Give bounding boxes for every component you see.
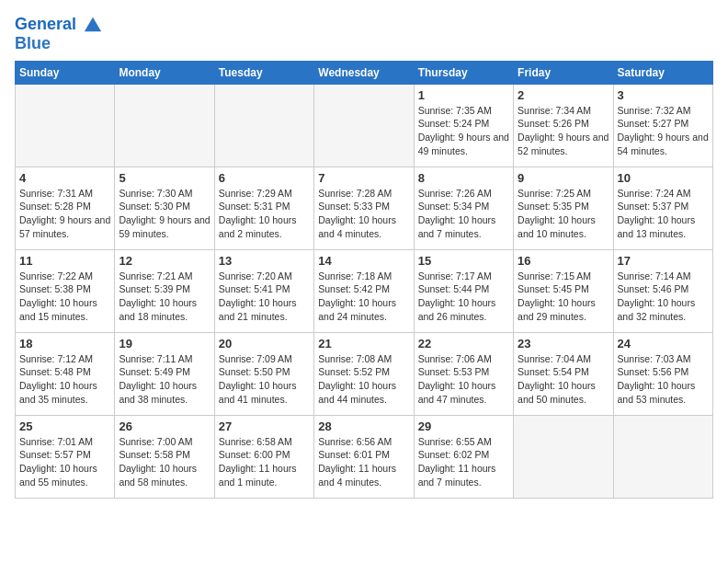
day-info: Sunrise: 7:01 AMSunset: 5:57 PMDaylight:… bbox=[19, 435, 110, 489]
day-number: 13 bbox=[219, 254, 310, 268]
calendar-cell: 16Sunrise: 7:15 AMSunset: 5:45 PMDayligh… bbox=[514, 249, 613, 332]
calendar: SundayMondayTuesdayWednesdayThursdayFrid… bbox=[15, 61, 713, 499]
day-number: 17 bbox=[618, 254, 709, 268]
day-info: Sunrise: 7:21 AMSunset: 5:39 PMDaylight:… bbox=[119, 270, 210, 324]
day-info: Sunrise: 7:35 AMSunset: 5:24 PMDaylight:… bbox=[418, 104, 509, 158]
day-info: Sunrise: 7:09 AMSunset: 5:50 PMDaylight:… bbox=[219, 352, 310, 407]
calendar-cell: 26Sunrise: 7:00 AMSunset: 5:58 PMDayligh… bbox=[115, 415, 214, 498]
logo-text: General bbox=[15, 15, 103, 35]
calendar-cell: 27Sunrise: 6:58 AMSunset: 6:00 PMDayligh… bbox=[214, 415, 313, 498]
week-row-2: 4Sunrise: 7:31 AMSunset: 5:28 PMDaylight… bbox=[16, 167, 713, 249]
calendar-cell: 19Sunrise: 7:11 AMSunset: 5:49 PMDayligh… bbox=[115, 332, 214, 415]
day-number: 1 bbox=[418, 88, 509, 102]
calendar-cell: 9Sunrise: 7:25 AMSunset: 5:35 PMDaylight… bbox=[514, 167, 613, 249]
week-row-3: 11Sunrise: 7:22 AMSunset: 5:38 PMDayligh… bbox=[16, 249, 713, 332]
week-row-4: 18Sunrise: 7:12 AMSunset: 5:48 PMDayligh… bbox=[16, 332, 713, 415]
day-info: Sunrise: 7:12 AMSunset: 5:48 PMDaylight:… bbox=[19, 352, 110, 407]
day-info: Sunrise: 7:24 AMSunset: 5:37 PMDaylight:… bbox=[618, 187, 709, 241]
day-number: 11 bbox=[19, 254, 110, 268]
day-info: Sunrise: 7:22 AMSunset: 5:38 PMDaylight:… bbox=[19, 270, 110, 324]
day-info: Sunrise: 7:17 AMSunset: 5:44 PMDaylight:… bbox=[418, 270, 509, 324]
day-info: Sunrise: 7:26 AMSunset: 5:34 PMDaylight:… bbox=[418, 187, 509, 241]
calendar-cell: 11Sunrise: 7:22 AMSunset: 5:38 PMDayligh… bbox=[16, 249, 115, 332]
logo-text2: Blue bbox=[15, 35, 103, 53]
day-info: Sunrise: 7:34 AMSunset: 5:26 PMDaylight:… bbox=[518, 104, 609, 158]
calendar-cell: 25Sunrise: 7:01 AMSunset: 5:57 PMDayligh… bbox=[16, 415, 115, 498]
weekday-header-tuesday: Tuesday bbox=[214, 61, 313, 84]
day-number: 19 bbox=[119, 337, 210, 350]
calendar-cell: 4Sunrise: 7:31 AMSunset: 5:28 PMDaylight… bbox=[16, 167, 115, 249]
calendar-cell bbox=[514, 415, 613, 498]
day-info: Sunrise: 7:03 AMSunset: 5:56 PMDaylight:… bbox=[618, 352, 709, 407]
day-info: Sunrise: 7:32 AMSunset: 5:27 PMDaylight:… bbox=[618, 104, 709, 158]
calendar-cell: 3Sunrise: 7:32 AMSunset: 5:27 PMDaylight… bbox=[613, 84, 712, 167]
calendar-cell: 13Sunrise: 7:20 AMSunset: 5:41 PMDayligh… bbox=[214, 249, 313, 332]
day-info: Sunrise: 7:04 AMSunset: 5:54 PMDaylight:… bbox=[518, 352, 609, 407]
day-number: 8 bbox=[418, 171, 509, 185]
day-number: 23 bbox=[518, 337, 609, 350]
calendar-cell: 20Sunrise: 7:09 AMSunset: 5:50 PMDayligh… bbox=[214, 332, 313, 415]
day-info: Sunrise: 7:00 AMSunset: 5:58 PMDaylight:… bbox=[119, 435, 210, 489]
day-info: Sunrise: 6:55 AMSunset: 6:02 PMDaylight:… bbox=[418, 435, 509, 489]
day-info: Sunrise: 7:28 AMSunset: 5:33 PMDaylight:… bbox=[318, 187, 409, 241]
calendar-cell: 23Sunrise: 7:04 AMSunset: 5:54 PMDayligh… bbox=[514, 332, 613, 415]
day-number: 6 bbox=[219, 171, 310, 185]
day-info: Sunrise: 6:58 AMSunset: 6:00 PMDaylight:… bbox=[219, 435, 310, 489]
calendar-cell: 21Sunrise: 7:08 AMSunset: 5:52 PMDayligh… bbox=[314, 332, 414, 415]
calendar-cell: 29Sunrise: 6:55 AMSunset: 6:02 PMDayligh… bbox=[414, 415, 513, 498]
day-number: 24 bbox=[618, 337, 709, 350]
day-info: Sunrise: 7:14 AMSunset: 5:46 PMDaylight:… bbox=[618, 270, 709, 324]
calendar-cell: 7Sunrise: 7:28 AMSunset: 5:33 PMDaylight… bbox=[314, 167, 414, 249]
day-info: Sunrise: 7:06 AMSunset: 5:53 PMDaylight:… bbox=[418, 352, 509, 407]
header: General Blue bbox=[15, 15, 713, 53]
day-number: 4 bbox=[19, 171, 110, 185]
day-info: Sunrise: 7:25 AMSunset: 5:35 PMDaylight:… bbox=[518, 187, 609, 241]
day-info: Sunrise: 7:15 AMSunset: 5:45 PMDaylight:… bbox=[518, 270, 609, 324]
day-info: Sunrise: 7:20 AMSunset: 5:41 PMDaylight:… bbox=[219, 270, 310, 324]
day-number: 16 bbox=[518, 254, 609, 268]
week-row-1: 1Sunrise: 7:35 AMSunset: 5:24 PMDaylight… bbox=[16, 84, 713, 167]
weekday-header-wednesday: Wednesday bbox=[314, 61, 414, 84]
day-info: Sunrise: 7:30 AMSunset: 5:30 PMDaylight:… bbox=[119, 187, 210, 241]
day-number: 14 bbox=[318, 254, 409, 268]
calendar-cell bbox=[613, 415, 712, 498]
day-number: 12 bbox=[119, 254, 210, 268]
calendar-cell bbox=[16, 84, 115, 167]
day-number: 22 bbox=[418, 337, 509, 350]
weekday-header-thursday: Thursday bbox=[414, 61, 513, 84]
calendar-cell bbox=[115, 84, 214, 167]
calendar-cell: 2Sunrise: 7:34 AMSunset: 5:26 PMDaylight… bbox=[514, 84, 613, 167]
day-info: Sunrise: 7:08 AMSunset: 5:52 PMDaylight:… bbox=[318, 352, 409, 407]
day-info: Sunrise: 7:29 AMSunset: 5:31 PMDaylight:… bbox=[219, 187, 310, 241]
logo: General Blue bbox=[15, 15, 103, 53]
day-number: 21 bbox=[318, 337, 409, 350]
calendar-cell: 14Sunrise: 7:18 AMSunset: 5:42 PMDayligh… bbox=[314, 249, 414, 332]
calendar-cell: 22Sunrise: 7:06 AMSunset: 5:53 PMDayligh… bbox=[414, 332, 513, 415]
day-number: 2 bbox=[518, 88, 609, 102]
calendar-cell: 24Sunrise: 7:03 AMSunset: 5:56 PMDayligh… bbox=[613, 332, 712, 415]
week-row-5: 25Sunrise: 7:01 AMSunset: 5:57 PMDayligh… bbox=[16, 415, 713, 498]
calendar-cell: 18Sunrise: 7:12 AMSunset: 5:48 PMDayligh… bbox=[16, 332, 115, 415]
day-number: 25 bbox=[19, 419, 110, 433]
day-number: 15 bbox=[418, 254, 509, 268]
day-number: 18 bbox=[19, 337, 110, 350]
day-number: 20 bbox=[219, 337, 310, 350]
calendar-cell: 8Sunrise: 7:26 AMSunset: 5:34 PMDaylight… bbox=[414, 167, 513, 249]
day-number: 26 bbox=[119, 419, 210, 433]
weekday-header-friday: Friday bbox=[514, 61, 613, 84]
day-info: Sunrise: 7:11 AMSunset: 5:49 PMDaylight:… bbox=[119, 352, 210, 407]
calendar-cell: 17Sunrise: 7:14 AMSunset: 5:46 PMDayligh… bbox=[613, 249, 712, 332]
day-number: 10 bbox=[618, 171, 709, 185]
calendar-cell: 28Sunrise: 6:56 AMSunset: 6:01 PMDayligh… bbox=[314, 415, 414, 498]
calendar-cell: 10Sunrise: 7:24 AMSunset: 5:37 PMDayligh… bbox=[613, 167, 712, 249]
day-info: Sunrise: 6:56 AMSunset: 6:01 PMDaylight:… bbox=[318, 435, 409, 489]
day-number: 9 bbox=[518, 171, 609, 185]
calendar-cell: 15Sunrise: 7:17 AMSunset: 5:44 PMDayligh… bbox=[414, 249, 513, 332]
day-number: 3 bbox=[618, 88, 709, 102]
weekday-header-saturday: Saturday bbox=[613, 61, 712, 84]
day-number: 28 bbox=[318, 419, 409, 433]
svg-marker-0 bbox=[85, 17, 101, 32]
day-number: 7 bbox=[318, 171, 409, 185]
calendar-cell: 5Sunrise: 7:30 AMSunset: 5:30 PMDaylight… bbox=[115, 167, 214, 249]
day-info: Sunrise: 7:31 AMSunset: 5:28 PMDaylight:… bbox=[19, 187, 110, 241]
